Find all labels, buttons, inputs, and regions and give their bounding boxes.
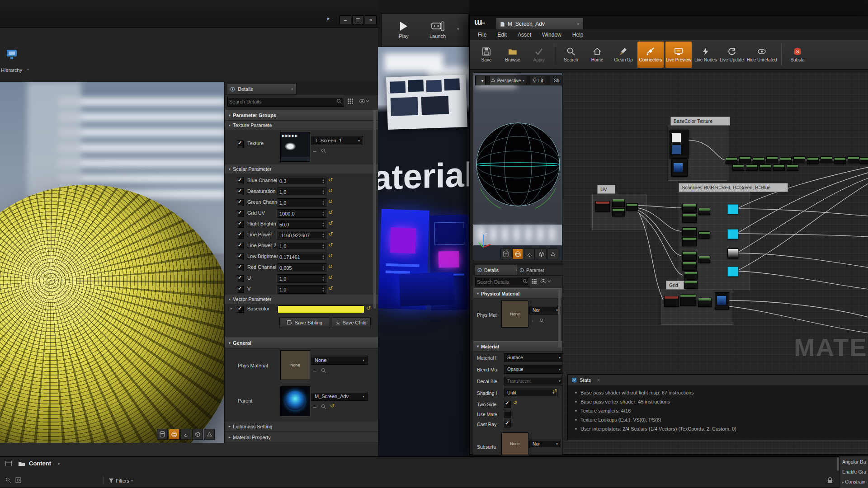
physical-material-header[interactable]: ▾Physical Material bbox=[473, 288, 562, 299]
reset-to-default-icon[interactable]: ↺ bbox=[328, 220, 333, 226]
graph-node[interactable] bbox=[682, 237, 697, 246]
graph-node[interactable] bbox=[682, 262, 697, 271]
graph-node[interactable] bbox=[793, 156, 805, 163]
shading-model-dropdown[interactable]: Unlit▾ bbox=[504, 389, 557, 397]
param-value-input[interactable] bbox=[279, 275, 320, 282]
general-header[interactable]: ▾General bbox=[225, 338, 379, 348]
side-scrollbar[interactable] bbox=[837, 457, 839, 471]
preview-sphere-button[interactable] bbox=[512, 249, 523, 259]
param-value-field[interactable]: ▲▼ bbox=[278, 285, 326, 294]
graph-node[interactable] bbox=[848, 156, 859, 163]
vector-parameter-group[interactable]: ▾Vector Parameter bbox=[225, 295, 379, 304]
use-selected-asset-icon[interactable]: ← bbox=[312, 404, 317, 409]
preview-sphere-button[interactable] bbox=[169, 429, 179, 440]
graph-node[interactable] bbox=[682, 214, 697, 223]
content-browser-dock-icon[interactable] bbox=[5, 461, 12, 466]
graph-node[interactable] bbox=[698, 208, 710, 215]
tab-details[interactable]: Details × bbox=[475, 265, 521, 276]
param-value-input[interactable] bbox=[279, 242, 320, 250]
reset-to-default-icon[interactable]: ↺ bbox=[328, 253, 333, 259]
use-selected-asset-icon[interactable]: ← bbox=[312, 148, 317, 153]
maximize-button[interactable] bbox=[352, 15, 364, 24]
param-enabled-checkbox[interactable] bbox=[237, 178, 244, 184]
view-options-eye-icon[interactable] bbox=[540, 278, 552, 284]
graph-node[interactable] bbox=[821, 156, 832, 163]
browse-to-asset-icon[interactable] bbox=[539, 318, 544, 323]
param-value-input[interactable] bbox=[279, 264, 320, 272]
close-button[interactable]: × bbox=[365, 15, 377, 24]
texture-param-checkbox[interactable] bbox=[237, 141, 244, 147]
tab-close-icon[interactable]: × bbox=[577, 21, 580, 27]
graph-node[interactable] bbox=[715, 292, 729, 310]
panel-grid-icon[interactable] bbox=[531, 278, 537, 284]
home-button[interactable]: Home bbox=[584, 40, 610, 69]
graph-node[interactable] bbox=[664, 296, 679, 307]
apply-button[interactable]: Apply bbox=[526, 40, 552, 69]
material-domain-dropdown[interactable]: Surface▾ bbox=[504, 353, 564, 362]
preview-plane-button[interactable] bbox=[180, 429, 191, 440]
launch-options-caret[interactable]: ▾ bbox=[457, 27, 459, 31]
stats-header[interactable]: Stats × bbox=[568, 375, 868, 386]
launch-button[interactable]: Launch bbox=[422, 16, 453, 44]
details-scrollbar[interactable] bbox=[558, 290, 561, 347]
filters-button[interactable]: Filters ▾ bbox=[108, 476, 134, 485]
param-value-field[interactable]: ▲▼ bbox=[278, 177, 326, 185]
stats-close-icon[interactable]: × bbox=[597, 378, 600, 383]
live-update-button[interactable]: Live Update bbox=[719, 40, 745, 69]
subsurface-dropdown[interactable]: Nor▾ bbox=[529, 440, 561, 448]
perspective-button[interactable]: Perspective▾ bbox=[485, 75, 530, 85]
basecolor-checkbox[interactable] bbox=[237, 306, 244, 313]
graph-node[interactable] bbox=[682, 227, 697, 236]
graph-node[interactable] bbox=[727, 229, 738, 239]
save-sibling-button[interactable]: Save Sibling bbox=[279, 317, 330, 328]
window-titlebar[interactable]: ⯈ – × bbox=[0, 0, 378, 28]
graph-node[interactable] bbox=[807, 157, 819, 164]
graph-node[interactable] bbox=[698, 298, 712, 307]
phys-material-thumbnail[interactable]: None bbox=[280, 350, 310, 380]
graph-node[interactable] bbox=[727, 204, 738, 214]
graph-node[interactable] bbox=[684, 281, 698, 289]
parent-material-dropdown[interactable]: M_Screen_Adv▾ bbox=[311, 392, 368, 401]
param-value-field[interactable]: ▲▼ bbox=[278, 242, 326, 250]
graph-node[interactable] bbox=[753, 157, 764, 164]
param-enabled-checkbox[interactable] bbox=[237, 264, 244, 271]
preview-cube-button[interactable] bbox=[192, 429, 203, 440]
search-button[interactable]: Search bbox=[558, 40, 584, 69]
param-value-field[interactable]: ▲▼ bbox=[278, 220, 326, 229]
param-enabled-checkbox[interactable] bbox=[237, 275, 244, 282]
graph-node[interactable] bbox=[684, 272, 698, 280]
param-value-input[interactable] bbox=[279, 231, 320, 239]
graph-node[interactable] bbox=[773, 164, 785, 171]
view-options-eye-icon[interactable] bbox=[359, 98, 369, 104]
show-menu-button[interactable]: Sh bbox=[546, 75, 562, 85]
constrain-label[interactable]: ▸ Constrain bbox=[842, 479, 865, 484]
use-selected-asset-icon[interactable]: ← bbox=[312, 367, 317, 373]
param-value-field[interactable]: ▲▼ bbox=[278, 263, 326, 272]
param-value-field[interactable]: ▲▼ bbox=[278, 188, 326, 196]
graph-node[interactable] bbox=[760, 164, 771, 171]
preview-cylinder-button[interactable] bbox=[157, 429, 168, 440]
live-nodes-button[interactable]: Live Nodes bbox=[693, 40, 719, 69]
basecolor-swatch[interactable] bbox=[278, 305, 364, 313]
graph-node[interactable] bbox=[626, 203, 638, 211]
graph-node[interactable] bbox=[612, 199, 625, 207]
editor-titlebar[interactable]: ɯ̶ M_Screen_Adv × bbox=[470, 15, 868, 29]
param-value-input[interactable] bbox=[279, 221, 320, 228]
breadcrumb-arrow-icon[interactable]: ▸ bbox=[58, 461, 60, 466]
reset-to-default-icon[interactable]: ↺ bbox=[328, 263, 333, 270]
param-value-input[interactable] bbox=[279, 177, 320, 185]
graph-node[interactable] bbox=[860, 157, 868, 164]
breadcrumb-content[interactable]: Content bbox=[29, 460, 51, 467]
tab-close-icon[interactable]: × bbox=[291, 87, 293, 92]
hide-unrelated-button[interactable]: Hide Unrelated bbox=[745, 40, 778, 69]
window-pin-icon[interactable]: ⯈ bbox=[326, 16, 330, 22]
chevron-down-icon[interactable]: ▾ bbox=[27, 67, 29, 71]
graph-node[interactable] bbox=[834, 157, 846, 164]
substance-button[interactable]: SSubsta bbox=[784, 40, 811, 69]
menu-asset[interactable]: Asset bbox=[518, 32, 531, 38]
preview-mesh-button[interactable] bbox=[204, 429, 215, 440]
phys-material-dropdown[interactable]: None▾ bbox=[311, 356, 368, 365]
graph-node[interactable] bbox=[698, 256, 710, 263]
search-details-input[interactable] bbox=[477, 277, 523, 286]
live-preview-button[interactable]: Live Preview bbox=[665, 42, 692, 68]
